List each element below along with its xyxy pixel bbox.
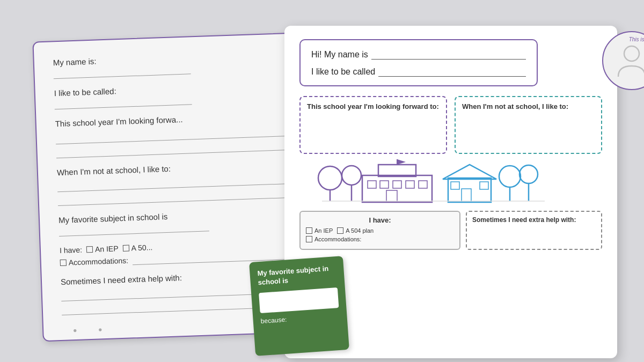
svg-rect-17 xyxy=(462,189,471,202)
front-acc-checkbox xyxy=(306,236,312,242)
scene: My name is: I like to be called: This sc… xyxy=(27,20,617,342)
school-year-box: This school year I'm looking forward to: xyxy=(299,96,447,154)
name-row1-label: Hi! My name is xyxy=(311,50,368,60)
back-called-label: I like to be called: xyxy=(54,79,304,97)
back-dot1: • xyxy=(73,324,77,337)
back-subject-group: My favorite subject in school is xyxy=(58,206,309,236)
svg-point-0 xyxy=(624,46,639,61)
svg-marker-16 xyxy=(443,165,496,179)
svg-rect-14 xyxy=(386,190,397,202)
front-acc-label: Accommodations: xyxy=(314,236,361,242)
i-have-title: I have: xyxy=(306,216,454,224)
back-504-item: A 50... xyxy=(122,243,152,253)
back-acc-item: Accommodations: xyxy=(60,256,129,267)
front-iep-item: An IEP xyxy=(306,227,333,234)
back-acc-label: Accommodations: xyxy=(69,256,129,267)
front-iep-label: An IEP xyxy=(314,227,333,234)
not-school-box: When I'm not at school, I like to: xyxy=(455,96,602,154)
back-subject-label: My favorite subject in school is xyxy=(58,206,309,224)
green-card-field xyxy=(259,287,339,313)
svg-rect-9 xyxy=(368,181,376,188)
name-row1: Hi! My name is xyxy=(311,49,526,60)
front-504-checkbox xyxy=(337,227,343,234)
back-acc-checkbox xyxy=(60,259,67,265)
illustration-row xyxy=(299,159,602,208)
back-notschool-group: When I'm not at school, I like to: xyxy=(57,159,308,205)
back-name-label: My name is: xyxy=(53,49,303,67)
i-have-iep-row: An IEP A 504 plan xyxy=(306,227,454,234)
back-dot2: • xyxy=(98,323,103,336)
school-year-content xyxy=(307,115,440,147)
svg-rect-6 xyxy=(378,165,416,176)
i-have-acc-row: Accommodations: xyxy=(306,236,454,242)
back-forward-group: This school year I'm looking forwa... xyxy=(55,110,306,158)
name-row2-label: I like to be called xyxy=(311,67,375,77)
front-504-label: A 504 plan xyxy=(346,227,374,234)
green-card-because: because: xyxy=(260,312,340,324)
sometimes-box: Sometimes I need extra help with: xyxy=(466,211,602,250)
name-section: Hi! My name is I like to be called xyxy=(299,39,538,86)
back-name-group: My name is: xyxy=(53,49,303,79)
back-504-label: A 50... xyxy=(131,243,152,252)
svg-rect-13 xyxy=(419,181,427,188)
svg-rect-19 xyxy=(480,182,488,189)
i-have-box: I have: An IEP A 504 plan Accommodations… xyxy=(299,211,460,250)
svg-rect-10 xyxy=(380,181,389,188)
front-iep-checkbox xyxy=(306,227,312,234)
back-ihave-label: I have: xyxy=(60,245,83,254)
front-504-item: A 504 plan xyxy=(337,227,374,234)
back-iep-label: An IEP xyxy=(95,244,119,254)
name-row2: I like to be called xyxy=(311,66,526,77)
svg-point-3 xyxy=(342,166,361,185)
back-iep-item: An IEP xyxy=(86,244,119,254)
sometimes-title: Sometimes I need extra help with: xyxy=(472,216,596,225)
svg-point-20 xyxy=(499,166,521,187)
svg-rect-11 xyxy=(393,181,401,188)
school-year-label: This school year I'm looking forward to: xyxy=(307,102,440,112)
not-school-label: When I'm not at school, I like to: xyxy=(462,102,595,112)
back-called-group: I like to be called: xyxy=(54,79,304,109)
green-card-title: My favorite subject in school is xyxy=(257,264,337,287)
bottom-section: I have: An IEP A 504 plan Accommodations… xyxy=(299,211,602,250)
svg-rect-12 xyxy=(406,181,414,188)
photo-label: This is me: xyxy=(629,36,644,42)
svg-rect-18 xyxy=(451,182,459,189)
back-iep-checkbox xyxy=(86,246,93,252)
back-notschool-label: When I'm not at school, I like to: xyxy=(57,159,307,176)
svg-point-1 xyxy=(318,166,342,190)
svg-point-22 xyxy=(519,165,538,183)
svg-marker-8 xyxy=(397,159,406,165)
photo-circle: This is me: xyxy=(602,31,644,90)
person-icon xyxy=(616,42,644,79)
two-col-section: This school year I'm looking forward to:… xyxy=(299,96,602,154)
not-school-content xyxy=(462,115,595,147)
green-card: My favorite subject in school is because… xyxy=(249,256,349,356)
back-forward-label: This school year I'm looking forwa... xyxy=(55,110,305,128)
back-504-checkbox xyxy=(122,245,129,251)
school-illustration xyxy=(299,159,602,205)
front-acc-item: Accommodations: xyxy=(306,236,361,242)
